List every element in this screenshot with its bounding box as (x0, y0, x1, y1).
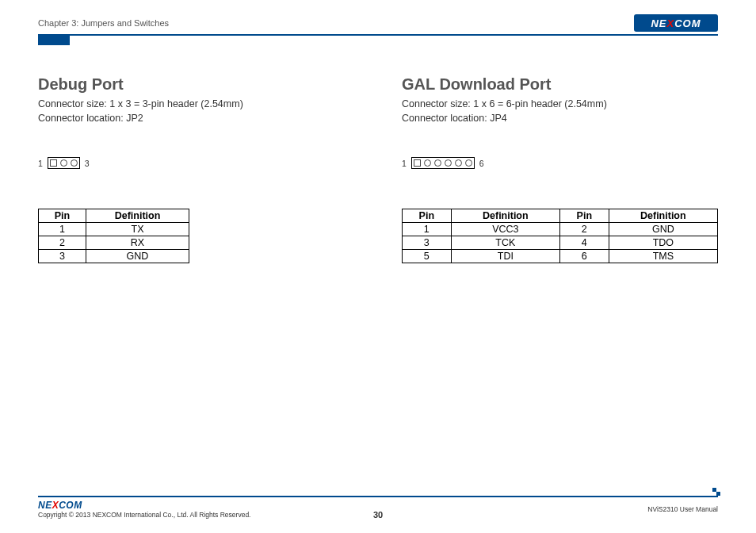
cell: 6 (559, 250, 609, 263)
gal-port-title: GAL Download Port (402, 75, 718, 94)
table-row: 2RX (39, 236, 189, 250)
pin-1-square (50, 159, 57, 167)
cell: 1 (403, 223, 452, 236)
cell: TDI (451, 250, 559, 263)
debug-table: Pin Definition 1TX 2RX 3GND (38, 209, 189, 263)
copyright-text: Copyright © 2013 NEXCOM International Co… (38, 511, 250, 519)
page-footer: NEXCOM Copyright © 2013 NEXCOM Internati… (38, 496, 718, 519)
table-row: 1VCC3 2GND (403, 223, 718, 236)
cell: 4 (559, 236, 609, 250)
pin-6-circle (465, 159, 472, 167)
debug-diagram: 1 3 (38, 157, 354, 169)
blue-tab (38, 36, 70, 45)
th-def: Definition (86, 209, 189, 223)
table-row: 3TCK 4TDO (403, 236, 718, 250)
cell: RX (86, 236, 189, 250)
debug-loc: Connector location: JP2 (38, 111, 354, 125)
cell: TX (86, 223, 189, 236)
chapter-label: Chapter 3: Jumpers and Switches (38, 18, 169, 28)
table-row: 5TDI 6TMS (403, 250, 718, 263)
gal-port-section: GAL Download Port Connector size: 1 x 6 … (402, 75, 718, 263)
cell: 3 (403, 236, 452, 250)
manual-name: NViS2310 User Manual (647, 505, 718, 513)
debug-port-section: Debug Port Connector size: 1 x 3 = 3-pin… (38, 75, 354, 263)
brand-pre: NE (38, 500, 52, 511)
pin-4-circle (445, 159, 452, 167)
pin-5-circle (455, 159, 462, 167)
th-def: Definition (451, 209, 559, 223)
gal-table: Pin Definition Pin Definition 1VCC3 2GND… (402, 209, 718, 263)
th-pin: Pin (559, 209, 609, 223)
pin-1-square (414, 159, 421, 167)
brand-pre: NE (651, 17, 666, 29)
pin-3-circle (434, 159, 441, 167)
corner-mark-icon (712, 488, 720, 496)
table-row: 3GND (39, 250, 189, 263)
diag-right-num: 6 (479, 159, 484, 168)
pin-header-3 (48, 157, 80, 169)
brand-x: X (52, 500, 59, 511)
brand-post: COM (59, 500, 82, 511)
th-pin: Pin (403, 209, 452, 223)
pin-header-6 (411, 157, 475, 169)
diag-right-num: 3 (85, 159, 90, 168)
cell: TMS (609, 250, 717, 263)
debug-port-title: Debug Port (38, 75, 354, 94)
footer-logo: NEXCOM (38, 500, 82, 511)
page-number: 30 (373, 510, 383, 520)
diag-left-num: 1 (402, 159, 407, 168)
cell: 1 (39, 223, 86, 236)
cell: 2 (39, 236, 86, 250)
brand-post: COM (674, 17, 701, 29)
pin-2-circle (60, 159, 67, 167)
cell: 2 (559, 223, 609, 236)
cell: TDO (609, 236, 717, 250)
gal-size: Connector size: 1 x 6 = 6-pin header (2.… (402, 97, 718, 111)
th-pin: Pin (39, 209, 86, 223)
gal-loc: Connector location: JP4 (402, 111, 718, 125)
diag-left-num: 1 (38, 159, 43, 168)
pin-3-circle (71, 159, 78, 167)
cell: 5 (403, 250, 452, 263)
cell: GND (609, 223, 717, 236)
cell: GND (86, 250, 189, 263)
cell: TCK (451, 236, 559, 250)
cell: 3 (39, 250, 86, 263)
cell: VCC3 (451, 223, 559, 236)
table-row: 1TX (39, 223, 189, 236)
pin-2-circle (424, 159, 431, 167)
th-def: Definition (609, 209, 717, 223)
gal-diagram: 1 6 (402, 157, 718, 169)
brand-logo: NEXCOM (634, 14, 718, 32)
footer-rule (38, 496, 718, 497)
debug-size: Connector size: 1 x 3 = 3-pin header (2.… (38, 97, 354, 111)
header-rule (38, 34, 718, 36)
brand-x: X (667, 17, 675, 29)
